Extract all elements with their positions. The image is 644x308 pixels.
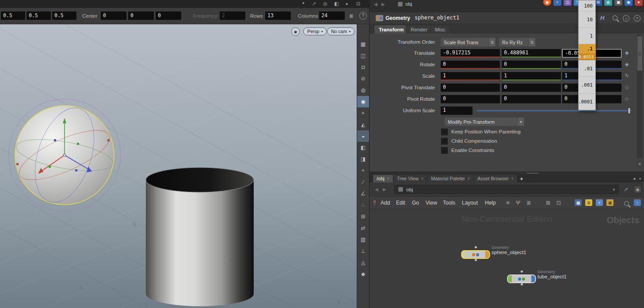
network-path-field[interactable]: obj ▾ [394,185,619,194]
radius-x-field[interactable]: 0.5 [1,11,25,20]
tab-tree-view[interactable]: Tree View × [393,175,427,183]
swap-icon[interactable]: ⇅ [488,38,495,46]
parameter-scrollbar[interactable] [637,34,643,158]
translate-x-field[interactable]: -0.917215 [441,49,500,57]
panel-icon[interactable]: ⊡ [356,1,360,7]
pivot-translate-x-field[interactable]: 0 [441,84,500,92]
node-display-flag[interactable] [485,251,489,258]
help-icon[interactable]: ? [634,15,640,22]
rotate-y-field[interactable]: 0 [502,61,561,69]
forward-icon[interactable]: ▶ [383,187,386,192]
ghosting-icon[interactable]: ◭ [357,119,369,130]
shading-mode-icon[interactable]: ◍ [357,84,369,96]
pivot-rotate-x-field[interactable]: 0 [441,95,500,103]
camera-lock-icon[interactable]: ◘ [357,61,369,73]
back-icon[interactable]: ◀ [375,187,378,192]
taskbar-icon[interactable]: ● [635,0,643,6]
rotate-x-field[interactable]: 0 [441,61,500,69]
node-display-flag[interactable] [531,275,535,282]
grid-dots-icon[interactable]: ⊡ [556,200,561,206]
node-bypass-flag[interactable] [462,251,466,258]
path-text[interactable]: obj [405,1,412,7]
radius-y-field[interactable]: 0.5 [27,11,51,20]
menu-go[interactable]: Go [412,200,419,206]
snapping-menu-icon[interactable]: ▦ [357,38,369,50]
node-input-connector[interactable] [521,270,523,273]
3d-viewport[interactable]: 0 1 2 -1 [0,24,357,308]
taskbar-icon[interactable]: + [553,0,561,6]
chevron-down-icon[interactable]: ▾ [613,187,615,192]
taskbar-icon[interactable]: ▣ [614,0,622,6]
close-icon[interactable]: × [387,175,389,183]
pivot-rotate-icon[interactable]: ◇ [625,96,629,102]
close-icon[interactable]: × [468,175,470,183]
ladder-step-0001[interactable]: .0001 [579,94,595,110]
node-sphere-object1[interactable] [461,250,490,259]
ladder-step-10[interactable]: 10 [579,11,595,28]
toolbar-caret-icon[interactable]: ▾ [302,1,305,5]
scale-y-field[interactable]: 1 [502,72,561,80]
menu-tools[interactable]: Tools [443,200,455,206]
rows-field[interactable]: 13 [265,11,291,20]
sliders-icon[interactable]: ≣ [349,13,354,19]
pin-pane-icon[interactable]: ⊸ [622,186,630,193]
gnomon-icon[interactable]: ⌖ [357,107,369,119]
ladder-step-001[interactable]: .001 [579,77,595,94]
background-image-icon[interactable]: ▦ [575,199,582,206]
value-ladder[interactable]: 100 10 1 .1 -0.0553 .01 .001 .0001 [578,0,596,110]
snapshot-icon[interactable]: ◉ [291,27,300,36]
rotate-order-dropdown[interactable]: Rx Ry Rz ⇅ [499,38,535,46]
center-z-field[interactable]: 0 [156,11,181,20]
center-y-field[interactable]: 0 [128,11,154,20]
tab-asset-browser[interactable]: Asset Browser × [474,175,518,183]
node-input-connector[interactable] [475,246,477,248]
ladder-step-1[interactable]: 1 [579,28,595,44]
pivot-rotate-y-field[interactable]: 0 [502,95,561,103]
display-flags-icon[interactable]: ◒ [357,130,369,142]
visibility-icon[interactable]: ⊘ [357,73,369,84]
ladder-step-100[interactable]: 100 [579,0,595,11]
node-tube-object1[interactable] [507,274,536,283]
taskbar-icon[interactable]: ◉ [625,0,633,6]
pin-icon[interactable]: ⊸ [311,0,318,8]
translate-y-field[interactable]: 0.488961 [502,49,561,57]
wireframe-icon[interactable]: ◨ [357,153,369,165]
add-node-icon[interactable]: + [596,199,603,206]
menu-help[interactable]: Help [485,200,496,206]
uniform-scale-slider[interactable] [476,110,631,111]
tab-misc[interactable]: Misc [430,25,450,34]
isolate-icon[interactable]: ◧ [357,142,369,153]
tube-object[interactable] [146,167,254,306]
tab-transform[interactable]: Transform [374,25,408,34]
radial-menu-icon[interactable]: ◉ [634,186,641,193]
tab-render[interactable]: Render [406,25,432,34]
back-icon[interactable]: ◀ [374,2,377,7]
grid-layout-icon[interactable]: ⊞ [546,200,550,206]
grid-toggle-icon[interactable]: ⊞ [357,211,369,222]
pane-maximize-icon[interactable]: ■ [633,177,636,181]
splitter-grip[interactable] [527,173,538,174]
pane-splitter[interactable] [370,171,644,175]
ladder-step-active[interactable]: .1 [579,44,595,53]
lighting-icon[interactable]: ◉ [357,96,369,107]
node-output-connector[interactable] [521,283,523,285]
netbox-icon[interactable]: ▣ [606,199,614,206]
menu-edit[interactable]: Edit [396,200,405,206]
texture-icon[interactable]: ▨ [357,234,369,245]
subdiv-icon[interactable]: ◬ [357,257,369,268]
forward-icon[interactable]: ▶ [381,2,385,7]
menu-add[interactable]: Add [381,200,390,206]
menu-layout[interactable]: Layout [462,200,478,206]
slider-handle[interactable] [628,108,630,114]
draw-icon[interactable]: ∕ [357,176,369,188]
viewport-layout-icon[interactable]: ◫ [357,50,369,61]
radius-z-field[interactable]: 0.5 [52,11,76,20]
network-editor[interactable]: Non-Commercial Edition Objects Geometry … [370,209,644,308]
close-icon[interactable]: × [511,175,514,183]
node-name-field[interactable]: sphere_object1 [415,15,459,21]
scroll-down-button[interactable]: ▼ [637,161,643,167]
columns-field[interactable]: 24 [319,11,345,20]
list-icon[interactable]: ≣ [526,200,531,206]
pivot-translate-icon[interactable]: ◇ [625,84,629,90]
info-icon[interactable]: i [623,15,629,22]
